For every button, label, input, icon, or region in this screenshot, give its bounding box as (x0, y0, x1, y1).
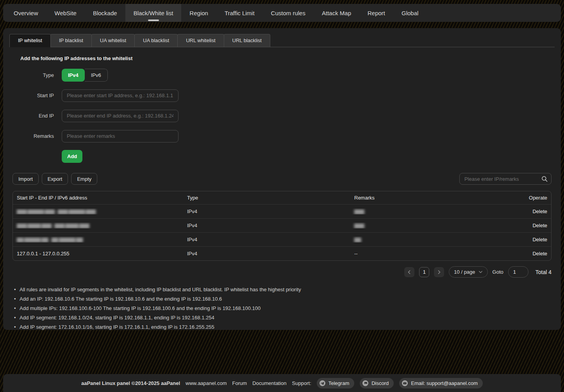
nav-item-report[interactable]: Report (359, 4, 393, 22)
remarks-redacted: ▇▇ (354, 237, 361, 242)
table-header-row: Start IP - End IP / IPv6 address Type Re… (13, 191, 551, 204)
site-link[interactable]: www.aapanel.com (186, 380, 227, 386)
end-ip-label: End IP (12, 113, 54, 119)
delete-button[interactable]: Delete (532, 208, 547, 214)
end-ip-input[interactable] (62, 110, 178, 122)
chevron-down-icon (478, 270, 483, 274)
email-button[interactable]: Email: support@aapanel.com (399, 378, 483, 388)
end-ip-row: End IP (12, 109, 561, 122)
search-box (459, 173, 552, 185)
table-row: ▇▇▇ ▇▇▇▇▇ ▇▇▇ - ▇▇▇ ▇▇▇▇▇ ▇▇▇ IPv4 ▇▇▇ D… (13, 204, 551, 218)
footer-bar: aaPanel Linux panel ©2014-2025 aaPanel w… (3, 374, 561, 392)
header-remarks: Remarks (350, 195, 489, 201)
table-row: 127.0.0.1 - 127.0.0.255 IPv4 -- Delete (13, 246, 551, 260)
page-number-button[interactable]: 1 (419, 267, 429, 277)
chevron-right-icon (437, 270, 441, 274)
toolbar-buttons: Import Export Empty (12, 173, 97, 185)
help-notes: All rules are invalid for IP segments in… (14, 285, 550, 330)
empty-button[interactable]: Empty (71, 173, 97, 185)
nav-item-global[interactable]: Global (393, 4, 427, 22)
search-input[interactable] (459, 173, 552, 185)
nav-item-overview[interactable]: Overview (5, 4, 46, 22)
tab-url-blacklist[interactable]: URL blacklist (224, 34, 270, 47)
nav-label: Blockade (93, 10, 117, 16)
ip-type: IPv4 (183, 208, 350, 214)
tab-ua-whitelist[interactable]: UA whitelist (91, 34, 135, 47)
add-button[interactable]: Add (62, 150, 82, 163)
note-item: All rules are invalid for IP segments in… (14, 285, 550, 294)
start-ip-label: Start IP (12, 93, 54, 98)
ip-range-redacted: ▇▇▇ ▇▇▇▇▇ ▇▇▇ - ▇▇▇ ▇▇▇▇▇ ▇▇▇ (17, 209, 95, 214)
nav-label: Region (189, 10, 208, 16)
type-label: Type (12, 72, 54, 78)
tab-ua-blacklist[interactable]: UA blacklist (134, 34, 178, 47)
nav-item-website[interactable]: WebSite (46, 4, 85, 22)
nav-label: WebSite (55, 10, 77, 16)
ip-range: 127.0.0.1 - 127.0.0.255 (13, 251, 183, 257)
list-toolbar: Import Export Empty (12, 173, 552, 185)
nav-item-black-white-list[interactable]: Black/White list (125, 4, 182, 22)
remarks-redacted: ▇▇▇ (354, 223, 364, 228)
documentation-link[interactable]: Documentation (252, 380, 286, 386)
start-ip-row: Start IP (12, 89, 561, 102)
remarks-input[interactable] (62, 130, 178, 143)
nav-label: Overview (14, 10, 38, 16)
tab-ip-blacklist[interactable]: IP blacklist (50, 34, 92, 47)
note-item: Add IP segment: 192.168.1.0/24, starting… (14, 313, 550, 323)
goto-label: Goto (493, 269, 503, 275)
goto-page-input[interactable] (508, 266, 528, 278)
top-navigation: Overview WebSite Blockade Black/White li… (3, 4, 561, 22)
export-button[interactable]: Export (42, 173, 68, 185)
import-button[interactable]: Import (12, 173, 39, 185)
tab-ip-whitelist[interactable]: IP whitelist (9, 34, 51, 47)
note-item: Add an IP: 192.168.10.6 The starting IP … (14, 294, 550, 304)
header-operate: Operate (489, 195, 551, 201)
prev-page-button[interactable] (404, 267, 414, 277)
delete-button[interactable]: Delete (532, 223, 547, 228)
telegram-button[interactable]: Telegram (317, 378, 354, 388)
tab-url-whitelist[interactable]: URL whitelist (177, 34, 224, 47)
nav-label: Global (402, 10, 418, 16)
nav-item-attack-map[interactable]: Attack Map (314, 4, 359, 22)
ip-type: IPv4 (183, 223, 350, 228)
telegram-label: Telegram (328, 380, 349, 386)
nav-label: Traffic Limit (225, 10, 255, 16)
support-label: Support: (292, 380, 311, 386)
remarks-redacted: ▇▇▇ (354, 209, 364, 214)
page-size-value: 10 / page (454, 269, 475, 275)
discord-button[interactable]: Discord (360, 378, 394, 388)
total-count: Total 4 (535, 269, 552, 275)
chevron-left-icon (407, 270, 412, 274)
start-ip-input[interactable] (62, 89, 178, 102)
email-label: Email: support@aapanel.com (411, 380, 478, 386)
next-page-button[interactable] (434, 267, 444, 277)
main-panel: IP whitelist IP blacklist UA whitelist U… (3, 28, 561, 330)
nav-item-blockade[interactable]: Blockade (85, 4, 125, 22)
nav-label: Black/White list (134, 10, 173, 16)
delete-button[interactable]: Delete (532, 237, 547, 242)
whitelist-table: Start IP - End IP / IPv6 address Type Re… (12, 191, 552, 261)
ip-type-toggle: IPv4 IPv6 (62, 69, 108, 82)
nav-item-custom-rules[interactable]: Custom rules (263, 4, 314, 22)
nav-item-traffic-limit[interactable]: Traffic Limit (216, 4, 263, 22)
table-row: ▇▇ ▇▇▇▇▇ ▇▇ - ▇▇ ▇▇▇▇▇ ▇▇ IPv4 ▇▇ Delete (13, 232, 551, 246)
search-icon[interactable] (541, 175, 548, 182)
nav-item-region[interactable]: Region (181, 4, 216, 22)
discord-label: Discord (371, 380, 389, 386)
ip-type: IPv4 (183, 237, 350, 242)
form-title: Add the following IP addresses to the wh… (20, 55, 561, 61)
delete-button[interactable]: Delete (532, 251, 547, 257)
type-row: Type IPv4 IPv6 (12, 69, 561, 82)
telegram-icon (319, 380, 326, 387)
page-size-select[interactable]: 10 / page (449, 266, 487, 278)
ipv6-option[interactable]: IPv6 (85, 69, 108, 82)
header-range: Start IP - End IP / IPv6 address (13, 195, 183, 201)
pagination: 1 10 / page Goto Total 4 (12, 266, 552, 278)
forum-link[interactable]: Forum (232, 380, 247, 386)
note-item: Add multiple IPs: 192.168.100.6-100 The … (14, 304, 550, 313)
list-type-tabs: IP whitelist IP blacklist UA whitelist U… (9, 34, 555, 47)
ipv4-option[interactable]: IPv4 (62, 69, 85, 82)
nav-label: Attack Map (322, 10, 351, 16)
page: { "nav": { "items": [ {"label": "Overvie… (0, 0, 564, 392)
note-item: Add IP segment: 172.16.10.1/16, starting… (14, 323, 550, 330)
